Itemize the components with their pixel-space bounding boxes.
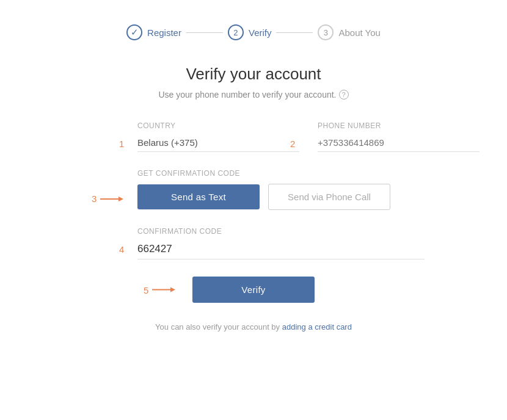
step-register-label: Register	[147, 27, 181, 38]
page-title: Verify your account	[186, 65, 321, 84]
confirmation-input[interactable]	[137, 239, 425, 259]
country-group: Country	[137, 121, 299, 152]
footer-text: You can also verify your account by addi…	[155, 322, 352, 331]
step-num-1: 1	[119, 139, 124, 149]
send-call-button[interactable]: Send via Phone Call	[268, 184, 390, 210]
footer-text-before: You can also verify your account by	[155, 322, 280, 331]
phone-group: Phone Number	[318, 121, 480, 152]
main-content: Verify your account Use your phone numbe…	[82, 65, 425, 331]
step-about-circle: 3	[318, 24, 334, 40]
step-about: 3 About You	[318, 24, 380, 40]
step-verify: 2 Verify	[228, 24, 272, 40]
confirmation-group: Confirmation Code	[137, 227, 425, 259]
page-subtitle: Use your phone number to verify your acc…	[158, 90, 348, 100]
step-num-4: 4	[119, 244, 124, 255]
code-buttons-wrapper: Get Confirmation Code Send as Text Send …	[137, 169, 425, 210]
step-verify-circle: 2	[228, 24, 244, 40]
add-credit-card-link[interactable]: adding a credit card	[282, 322, 352, 331]
country-input[interactable]	[137, 134, 299, 152]
step-arrow-5: 5	[144, 284, 177, 295]
verify-button[interactable]: Verify	[192, 277, 315, 303]
step-about-number: 3	[324, 28, 328, 37]
send-text-button[interactable]: Send as Text	[137, 184, 260, 209]
checkmark-icon: ✓	[131, 27, 139, 38]
phone-input[interactable]	[318, 134, 480, 152]
code-buttons-row: Send as Text Send via Phone Call	[137, 184, 425, 210]
step-line-1	[186, 32, 223, 33]
step-register: ✓ Register	[126, 24, 181, 40]
arrow-5-icon	[152, 286, 177, 294]
get-code-label: Get Confirmation Code	[137, 169, 425, 178]
step-about-label: About You	[338, 27, 380, 38]
confirmation-section: 4 Confirmation Code	[82, 227, 425, 259]
step-register-circle: ✓	[126, 24, 142, 40]
verify-section: 5 Verify	[82, 277, 425, 303]
confirmation-label: Confirmation Code	[137, 227, 425, 236]
step-verify-number: 2	[233, 28, 238, 37]
step-arrow-3: 3	[92, 194, 125, 204]
step-line-2	[276, 32, 313, 33]
help-icon[interactable]: ?	[339, 90, 349, 100]
step-verify-label: Verify	[249, 27, 272, 38]
get-code-section: 3 Get Confirmation Code Send as Text Sen…	[82, 169, 425, 210]
country-phone-row: 1 2 Country Phone Number	[82, 121, 425, 152]
step-num-5: 5	[144, 284, 148, 295]
svg-marker-3	[170, 288, 175, 292]
stepper: ✓ Register 2 Verify 3 About You	[126, 24, 381, 40]
phone-label: Phone Number	[318, 121, 480, 130]
step-num-3: 3	[92, 194, 97, 204]
arrow-3-icon	[100, 195, 125, 203]
country-label: Country	[137, 121, 299, 130]
svg-marker-1	[119, 197, 123, 201]
